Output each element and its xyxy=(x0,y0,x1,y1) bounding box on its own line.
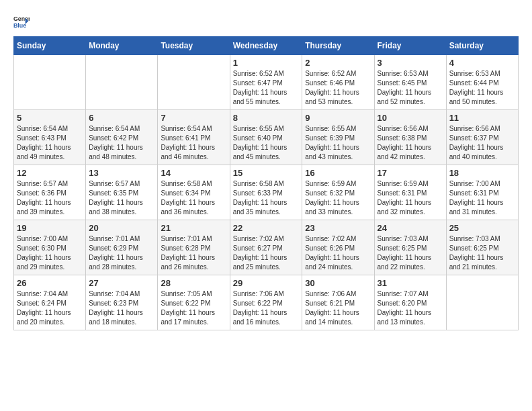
day-number: 14 xyxy=(161,168,226,178)
day-info: Sunrise: 6:52 AM Sunset: 6:46 PM Dayligh… xyxy=(305,69,371,107)
weekday-header-monday: Monday xyxy=(86,37,158,55)
day-number: 10 xyxy=(378,113,443,123)
day-number: 16 xyxy=(305,168,371,178)
day-info: Sunrise: 6:56 AM Sunset: 6:38 PM Dayligh… xyxy=(378,124,443,162)
day-info: Sunrise: 7:00 AM Sunset: 6:31 PM Dayligh… xyxy=(449,179,515,217)
day-info: Sunrise: 6:59 AM Sunset: 6:32 PM Dayligh… xyxy=(305,179,371,217)
day-info: Sunrise: 6:58 AM Sunset: 6:34 PM Dayligh… xyxy=(161,179,226,217)
calendar-cell: 30Sunrise: 7:06 AM Sunset: 6:21 PM Dayli… xyxy=(302,275,374,330)
calendar-cell: 18Sunrise: 7:00 AM Sunset: 6:31 PM Dayli… xyxy=(446,165,518,220)
calendar-cell xyxy=(86,55,158,110)
day-number: 23 xyxy=(305,223,371,233)
calendar-table: SundayMondayTuesdayWednesdayThursdayFrid… xyxy=(13,36,519,330)
weekday-header-tuesday: Tuesday xyxy=(158,37,230,55)
calendar-cell: 17Sunrise: 6:59 AM Sunset: 6:31 PM Dayli… xyxy=(374,165,446,220)
day-number: 21 xyxy=(161,223,226,233)
calendar-cell: 6Sunrise: 6:54 AM Sunset: 6:42 PM Daylig… xyxy=(86,110,158,165)
calendar-cell: 5Sunrise: 6:54 AM Sunset: 6:43 PM Daylig… xyxy=(14,110,86,165)
calendar-cell: 8Sunrise: 6:55 AM Sunset: 6:40 PM Daylig… xyxy=(230,110,302,165)
weekday-header-friday: Friday xyxy=(374,37,446,55)
day-number: 28 xyxy=(161,278,226,288)
calendar-cell: 9Sunrise: 6:55 AM Sunset: 6:39 PM Daylig… xyxy=(302,110,374,165)
svg-text:Blue: Blue xyxy=(13,22,26,29)
day-info: Sunrise: 7:03 AM Sunset: 6:25 PM Dayligh… xyxy=(449,234,515,272)
calendar-week-2: 5Sunrise: 6:54 AM Sunset: 6:43 PM Daylig… xyxy=(14,110,519,165)
calendar-cell xyxy=(158,55,230,110)
calendar-cell: 22Sunrise: 7:02 AM Sunset: 6:27 PM Dayli… xyxy=(230,220,302,275)
calendar-cell: 28Sunrise: 7:05 AM Sunset: 6:22 PM Dayli… xyxy=(158,275,230,330)
logo-icon: General Blue xyxy=(13,13,30,30)
day-info: Sunrise: 7:06 AM Sunset: 6:22 PM Dayligh… xyxy=(233,289,300,327)
day-info: Sunrise: 7:04 AM Sunset: 6:23 PM Dayligh… xyxy=(89,289,154,327)
day-info: Sunrise: 7:06 AM Sunset: 6:21 PM Dayligh… xyxy=(305,289,371,327)
day-number: 3 xyxy=(378,58,443,68)
calendar-cell: 1Sunrise: 6:52 AM Sunset: 6:47 PM Daylig… xyxy=(230,55,302,110)
calendar-cell: 13Sunrise: 6:57 AM Sunset: 6:35 PM Dayli… xyxy=(86,165,158,220)
calendar-cell: 20Sunrise: 7:01 AM Sunset: 6:29 PM Dayli… xyxy=(86,220,158,275)
day-info: Sunrise: 7:01 AM Sunset: 6:29 PM Dayligh… xyxy=(89,234,154,272)
calendar-cell xyxy=(14,55,86,110)
calendar-cell: 29Sunrise: 7:06 AM Sunset: 6:22 PM Dayli… xyxy=(230,275,302,330)
day-number: 12 xyxy=(17,168,83,178)
day-number: 19 xyxy=(17,223,83,233)
weekday-header-thursday: Thursday xyxy=(302,37,374,55)
calendar-cell: 25Sunrise: 7:03 AM Sunset: 6:25 PM Dayli… xyxy=(446,220,518,275)
day-info: Sunrise: 6:54 AM Sunset: 6:43 PM Dayligh… xyxy=(17,124,83,162)
day-info: Sunrise: 6:54 AM Sunset: 6:42 PM Dayligh… xyxy=(89,124,154,162)
day-info: Sunrise: 6:57 AM Sunset: 6:36 PM Dayligh… xyxy=(17,179,83,217)
day-info: Sunrise: 6:52 AM Sunset: 6:47 PM Dayligh… xyxy=(233,69,300,107)
weekday-header-row: SundayMondayTuesdayWednesdayThursdayFrid… xyxy=(14,37,519,55)
day-info: Sunrise: 6:58 AM Sunset: 6:33 PM Dayligh… xyxy=(233,179,300,217)
day-info: Sunrise: 6:53 AM Sunset: 6:45 PM Dayligh… xyxy=(378,69,443,107)
day-info: Sunrise: 7:07 AM Sunset: 6:20 PM Dayligh… xyxy=(378,289,443,327)
day-number: 13 xyxy=(89,168,154,178)
calendar-week-3: 12Sunrise: 6:57 AM Sunset: 6:36 PM Dayli… xyxy=(14,165,519,220)
day-info: Sunrise: 7:02 AM Sunset: 6:27 PM Dayligh… xyxy=(233,234,300,272)
weekday-header-wednesday: Wednesday xyxy=(230,37,302,55)
day-number: 1 xyxy=(233,58,300,68)
day-number: 24 xyxy=(378,223,443,233)
calendar-cell: 16Sunrise: 6:59 AM Sunset: 6:32 PM Dayli… xyxy=(302,165,374,220)
day-number: 25 xyxy=(449,223,515,233)
calendar-cell: 12Sunrise: 6:57 AM Sunset: 6:36 PM Dayli… xyxy=(14,165,86,220)
day-number: 26 xyxy=(17,278,83,288)
day-number: 22 xyxy=(233,223,300,233)
day-info: Sunrise: 7:03 AM Sunset: 6:25 PM Dayligh… xyxy=(378,234,443,272)
day-info: Sunrise: 6:59 AM Sunset: 6:31 PM Dayligh… xyxy=(378,179,443,217)
day-info: Sunrise: 6:57 AM Sunset: 6:35 PM Dayligh… xyxy=(89,179,154,217)
calendar-week-5: 26Sunrise: 7:04 AM Sunset: 6:24 PM Dayli… xyxy=(14,275,519,330)
day-info: Sunrise: 7:00 AM Sunset: 6:30 PM Dayligh… xyxy=(17,234,83,272)
day-number: 17 xyxy=(378,168,443,178)
calendar-cell: 4Sunrise: 6:53 AM Sunset: 6:44 PM Daylig… xyxy=(446,55,518,110)
day-number: 29 xyxy=(233,278,300,288)
day-info: Sunrise: 7:05 AM Sunset: 6:22 PM Dayligh… xyxy=(161,289,226,327)
day-info: Sunrise: 6:53 AM Sunset: 6:44 PM Dayligh… xyxy=(449,69,515,107)
calendar-week-1: 1Sunrise: 6:52 AM Sunset: 6:47 PM Daylig… xyxy=(14,55,519,110)
day-number: 20 xyxy=(89,223,154,233)
logo: General Blue xyxy=(13,13,32,30)
day-number: 9 xyxy=(305,113,371,123)
weekday-header-sunday: Sunday xyxy=(14,37,86,55)
calendar-cell: 3Sunrise: 6:53 AM Sunset: 6:45 PM Daylig… xyxy=(374,55,446,110)
day-number: 6 xyxy=(89,113,154,123)
day-info: Sunrise: 6:55 AM Sunset: 6:39 PM Dayligh… xyxy=(305,124,371,162)
calendar-cell: 24Sunrise: 7:03 AM Sunset: 6:25 PM Dayli… xyxy=(374,220,446,275)
day-number: 2 xyxy=(305,58,371,68)
day-number: 4 xyxy=(449,58,515,68)
calendar-cell: 31Sunrise: 7:07 AM Sunset: 6:20 PM Dayli… xyxy=(374,275,446,330)
calendar-cell: 15Sunrise: 6:58 AM Sunset: 6:33 PM Dayli… xyxy=(230,165,302,220)
calendar-cell: 2Sunrise: 6:52 AM Sunset: 6:46 PM Daylig… xyxy=(302,55,374,110)
calendar-cell: 10Sunrise: 6:56 AM Sunset: 6:38 PM Dayli… xyxy=(374,110,446,165)
calendar-cell: 7Sunrise: 6:54 AM Sunset: 6:41 PM Daylig… xyxy=(158,110,230,165)
day-number: 5 xyxy=(17,113,83,123)
calendar-cell: 14Sunrise: 6:58 AM Sunset: 6:34 PM Dayli… xyxy=(158,165,230,220)
day-number: 31 xyxy=(378,278,443,288)
day-number: 30 xyxy=(305,278,371,288)
day-number: 7 xyxy=(161,113,226,123)
day-info: Sunrise: 6:54 AM Sunset: 6:41 PM Dayligh… xyxy=(161,124,226,162)
day-number: 18 xyxy=(449,168,515,178)
calendar-cell: 11Sunrise: 6:56 AM Sunset: 6:37 PM Dayli… xyxy=(446,110,518,165)
day-info: Sunrise: 7:04 AM Sunset: 6:24 PM Dayligh… xyxy=(17,289,83,327)
day-info: Sunrise: 7:02 AM Sunset: 6:26 PM Dayligh… xyxy=(305,234,371,272)
calendar-week-4: 19Sunrise: 7:00 AM Sunset: 6:30 PM Dayli… xyxy=(14,220,519,275)
